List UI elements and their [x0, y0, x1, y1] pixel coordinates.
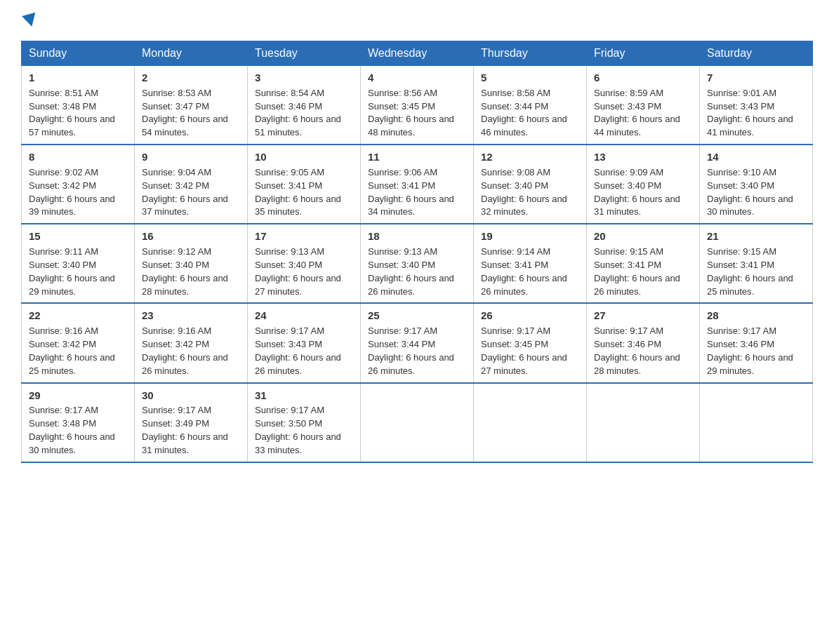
sunrise-label: Sunrise: 9:14 AM	[481, 246, 550, 257]
day-number: 29	[29, 388, 127, 403]
table-row: 15Sunrise: 9:11 AMSunset: 3:40 PMDayligh…	[22, 224, 135, 303]
day-number: 6	[594, 70, 692, 86]
daylight-label: Daylight: 6 hours and 29 minutes.	[29, 273, 115, 297]
daylight-label: Daylight: 6 hours and 57 minutes.	[29, 114, 115, 137]
table-row: 7Sunrise: 9:01 AMSunset: 3:43 PMDaylight…	[700, 66, 813, 145]
logo-triangle-icon	[22, 13, 39, 29]
day-number: 9	[142, 149, 240, 165]
day-number: 11	[368, 149, 466, 165]
sunset-label: Sunset: 3:48 PM	[29, 418, 96, 429]
sunset-label: Sunset: 3:43 PM	[594, 101, 661, 112]
day-number: 12	[481, 149, 579, 165]
daylight-label: Daylight: 6 hours and 44 minutes.	[594, 114, 680, 137]
sunrise-label: Sunrise: 9:12 AM	[142, 246, 211, 257]
sunrise-label: Sunrise: 9:10 AM	[707, 167, 776, 177]
day-number: 26	[481, 308, 579, 323]
sunrise-label: Sunrise: 9:16 AM	[142, 326, 211, 336]
table-row	[587, 383, 700, 462]
col-friday: Friday	[587, 41, 700, 66]
sunrise-label: Sunrise: 9:16 AM	[29, 326, 98, 336]
day-number: 30	[142, 388, 240, 403]
sunset-label: Sunset: 3:49 PM	[142, 418, 209, 429]
sunset-label: Sunset: 3:44 PM	[481, 101, 548, 112]
daylight-label: Daylight: 6 hours and 35 minutes.	[255, 194, 341, 217]
sunset-label: Sunset: 3:40 PM	[594, 180, 661, 191]
sunset-label: Sunset: 3:40 PM	[481, 180, 548, 191]
sunset-label: Sunset: 3:40 PM	[707, 180, 774, 191]
table-row	[700, 383, 813, 462]
table-row	[361, 383, 474, 462]
sunset-label: Sunset: 3:47 PM	[142, 101, 209, 112]
table-row: 17Sunrise: 9:13 AMSunset: 3:40 PMDayligh…	[248, 224, 361, 303]
table-row: 3Sunrise: 8:54 AMSunset: 3:46 PMDaylight…	[248, 66, 361, 145]
day-number: 2	[142, 70, 240, 86]
daylight-label: Daylight: 6 hours and 41 minutes.	[707, 114, 793, 137]
sunset-label: Sunset: 3:46 PM	[707, 339, 774, 349]
sunset-label: Sunset: 3:40 PM	[255, 260, 322, 270]
daylight-label: Daylight: 6 hours and 31 minutes.	[142, 431, 228, 455]
daylight-label: Daylight: 6 hours and 29 minutes.	[707, 352, 793, 376]
header-row: Sunday Monday Tuesday Wednesday Thursday…	[22, 41, 813, 66]
week-row-3: 15Sunrise: 9:11 AMSunset: 3:40 PMDayligh…	[22, 224, 813, 303]
daylight-label: Daylight: 6 hours and 37 minutes.	[142, 194, 228, 217]
col-wednesday: Wednesday	[361, 41, 474, 66]
daylight-label: Daylight: 6 hours and 25 minutes.	[29, 352, 115, 376]
daylight-label: Daylight: 6 hours and 26 minutes.	[142, 352, 228, 376]
sunrise-label: Sunrise: 8:51 AM	[29, 88, 98, 98]
sunrise-label: Sunrise: 9:01 AM	[707, 88, 776, 98]
sunset-label: Sunset: 3:41 PM	[368, 180, 435, 191]
day-number: 15	[29, 229, 127, 244]
daylight-label: Daylight: 6 hours and 46 minutes.	[481, 114, 567, 137]
sunrise-label: Sunrise: 9:08 AM	[481, 167, 550, 177]
daylight-label: Daylight: 6 hours and 28 minutes.	[142, 273, 228, 297]
sunset-label: Sunset: 3:42 PM	[29, 180, 96, 191]
sunrise-label: Sunrise: 9:17 AM	[594, 326, 663, 336]
sunrise-label: Sunrise: 8:54 AM	[255, 88, 324, 98]
sunset-label: Sunset: 3:42 PM	[142, 339, 209, 349]
day-number: 27	[594, 308, 692, 323]
table-row: 22Sunrise: 9:16 AMSunset: 3:42 PMDayligh…	[22, 303, 135, 382]
daylight-label: Daylight: 6 hours and 48 minutes.	[368, 114, 454, 137]
day-number: 28	[707, 308, 805, 323]
week-row-1: 1Sunrise: 8:51 AMSunset: 3:48 PMDaylight…	[22, 66, 813, 145]
table-row: 24Sunrise: 9:17 AMSunset: 3:43 PMDayligh…	[248, 303, 361, 382]
table-row: 16Sunrise: 9:12 AMSunset: 3:40 PMDayligh…	[135, 224, 248, 303]
daylight-label: Daylight: 6 hours and 30 minutes.	[707, 194, 793, 217]
col-thursday: Thursday	[474, 41, 587, 66]
day-number: 10	[255, 149, 353, 165]
col-sunday: Sunday	[22, 41, 135, 66]
day-number: 14	[707, 149, 805, 165]
day-number: 19	[481, 229, 579, 244]
daylight-label: Daylight: 6 hours and 27 minutes.	[255, 273, 341, 297]
logo	[21, 14, 39, 27]
table-row: 27Sunrise: 9:17 AMSunset: 3:46 PMDayligh…	[587, 303, 700, 382]
daylight-label: Daylight: 6 hours and 26 minutes.	[594, 273, 680, 297]
table-row: 12Sunrise: 9:08 AMSunset: 3:40 PMDayligh…	[474, 145, 587, 224]
table-row: 5Sunrise: 8:58 AMSunset: 3:44 PMDaylight…	[474, 66, 587, 145]
col-saturday: Saturday	[700, 41, 813, 66]
table-row: 6Sunrise: 8:59 AMSunset: 3:43 PMDaylight…	[587, 66, 700, 145]
day-number: 13	[594, 149, 692, 165]
table-row: 19Sunrise: 9:14 AMSunset: 3:41 PMDayligh…	[474, 224, 587, 303]
sunrise-label: Sunrise: 8:59 AM	[594, 88, 663, 98]
day-number: 23	[142, 308, 240, 323]
sunset-label: Sunset: 3:50 PM	[255, 418, 322, 429]
table-row: 30Sunrise: 9:17 AMSunset: 3:49 PMDayligh…	[135, 383, 248, 462]
sunset-label: Sunset: 3:46 PM	[594, 339, 661, 349]
table-row: 28Sunrise: 9:17 AMSunset: 3:46 PMDayligh…	[700, 303, 813, 382]
table-row: 21Sunrise: 9:15 AMSunset: 3:41 PMDayligh…	[700, 224, 813, 303]
table-row	[474, 383, 587, 462]
sunset-label: Sunset: 3:40 PM	[368, 260, 435, 270]
sunrise-label: Sunrise: 9:06 AM	[368, 167, 437, 177]
sunrise-label: Sunrise: 9:15 AM	[594, 246, 663, 257]
week-row-4: 22Sunrise: 9:16 AMSunset: 3:42 PMDayligh…	[22, 303, 813, 382]
daylight-label: Daylight: 6 hours and 33 minutes.	[255, 431, 341, 455]
sunset-label: Sunset: 3:41 PM	[594, 260, 661, 270]
table-row: 2Sunrise: 8:53 AMSunset: 3:47 PMDaylight…	[135, 66, 248, 145]
daylight-label: Daylight: 6 hours and 26 minutes.	[368, 273, 454, 297]
daylight-label: Daylight: 6 hours and 26 minutes.	[368, 352, 454, 376]
sunrise-label: Sunrise: 9:04 AM	[142, 167, 211, 177]
day-number: 3	[255, 70, 353, 86]
calendar-table: Sunday Monday Tuesday Wednesday Thursday…	[21, 41, 813, 463]
day-number: 4	[368, 70, 466, 86]
